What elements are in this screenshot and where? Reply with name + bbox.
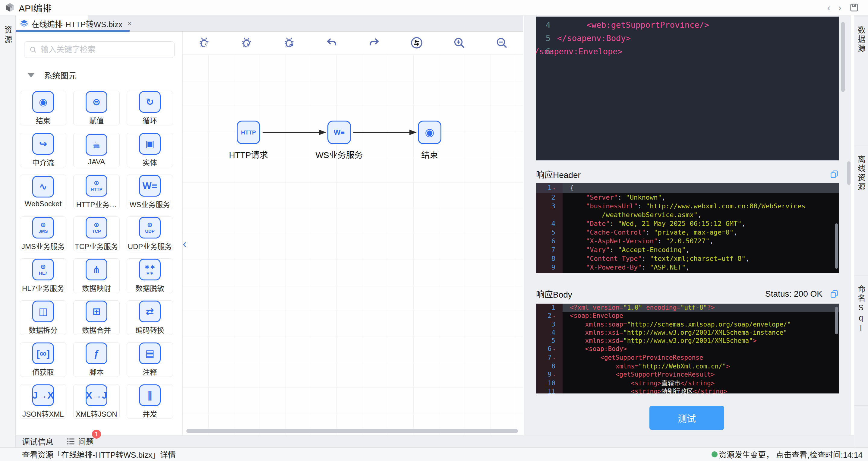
collapse-triangle-icon — [28, 73, 34, 78]
test-result-panel: 4 <web:getSupportProvince/>5</soapenv:Bo… — [524, 16, 851, 435]
palette-item-icon: ƒ — [86, 342, 107, 364]
problem-count-badge: 1 — [91, 429, 102, 439]
palette-item[interactable]: J→X JSON转XML — [20, 384, 66, 419]
copy-body-icon[interactable] — [830, 289, 839, 299]
header-editor-scrollbar[interactable] — [835, 223, 838, 269]
debug-bug-step-icon[interactable] — [268, 32, 310, 54]
palette-item[interactable]: ▣ 实体 — [127, 133, 173, 167]
palette-item[interactable]: W≡ WS业务服务 — [127, 175, 173, 209]
palette-item[interactable]: ☕ JAVA — [73, 133, 120, 167]
right-tab-named-sql[interactable]: 命名Sql — [854, 276, 868, 405]
palette-item-icon: ⊕HL7 — [32, 259, 54, 280]
save-icon[interactable] — [849, 3, 859, 12]
palette-item-label: JSON转XML — [22, 408, 64, 419]
flow-node-http-request[interactable]: HTTP HTTP请求 — [237, 121, 260, 144]
zoom-in-icon[interactable] — [438, 32, 480, 54]
palette-item[interactable]: ∗∗∗∗ 数据脱敏 — [127, 258, 173, 293]
palette-item[interactable]: ƒ 脚本 — [73, 342, 120, 377]
request-editor-scrollbar[interactable] — [841, 22, 845, 92]
debug-bug-play-icon[interactable] — [225, 32, 268, 54]
palette-item-label: JMS业务服务 — [22, 241, 65, 251]
palette-item[interactable]: ⊕JMS JMS业务服务 — [20, 216, 66, 251]
right-tab-datasource[interactable]: 数据源 — [854, 17, 868, 146]
search-input[interactable] — [41, 45, 169, 54]
palette-item-label: 赋值 — [89, 115, 104, 125]
response-header-editor[interactable]: 1▾{2 "Server": "Unknown",3 "businessUrl"… — [536, 183, 839, 273]
palette-item[interactable]: ↻ 循环 — [127, 91, 173, 125]
canvas-grid-area[interactable]: HTTP HTTP请求 W≡ WS业务服务 ◉ 结束 ‹ — [183, 54, 523, 435]
palette-item[interactable]: ⊜ 赋值 — [73, 91, 120, 125]
palette-item-label: HTTP业务… — [76, 199, 117, 209]
test-button[interactable]: 测试 — [649, 406, 724, 430]
status-resource-detail[interactable]: 查看资源「在线编排-HTTP转WS.bizx」详情 — [22, 449, 176, 460]
palette-item[interactable]: ↪ 中介流 — [20, 133, 66, 167]
palette-item[interactable]: X→J XML转JSON — [73, 384, 120, 419]
palette-item-label: 并发 — [143, 408, 157, 419]
palette-item[interactable]: ∥ 并发 — [127, 384, 173, 419]
palette-item[interactable]: ⊕TCP TCP业务服务 — [73, 216, 120, 251]
status-change-notice[interactable]: 资源发生变更， 点击查看,检查时间:14:14 — [712, 449, 863, 460]
redo-icon[interactable] — [353, 32, 396, 54]
bizx-file-icon — [20, 19, 28, 28]
palette-search[interactable] — [24, 41, 175, 58]
palette-item[interactable]: ◉ 结束 — [20, 91, 66, 125]
canvas-horizontal-scrollbar[interactable] — [186, 429, 518, 433]
nav-back-icon[interactable]: ‹ — [827, 3, 831, 12]
palette-item[interactable]: ⇄ 编码转换 — [127, 300, 173, 335]
body-editor-scrollbar[interactable] — [835, 307, 838, 334]
palette-item-label: 编码转换 — [135, 325, 164, 335]
debug-bug-lightning-icon[interactable] — [183, 32, 225, 54]
palette-item[interactable]: ∿ WebSocket — [20, 175, 66, 209]
palette-item-label: JAVA — [88, 158, 105, 166]
palette-item-icon: ∥ — [139, 385, 161, 406]
tab-close-icon[interactable]: × — [127, 19, 132, 28]
palette-item[interactable]: ⊕HL7 HL7业务服务 — [20, 258, 66, 293]
palette-item-icon: X→J — [86, 385, 107, 406]
tab-active[interactable]: 在线编排-HTTP转WS.bizx × — [16, 16, 88, 32]
flow-node-label: WS业务服务 — [315, 148, 363, 160]
response-body-editor[interactable]: 1<?xml version="1.0" encoding="utf-8"?>2… — [536, 304, 839, 394]
right-tab-offline-resources[interactable]: 离线资源 — [854, 146, 868, 276]
palette-item[interactable]: ◫ 数据拆分 — [20, 300, 66, 335]
palette-item-icon: [∞] — [32, 342, 54, 364]
sync-exchange-icon[interactable] — [396, 32, 438, 54]
palette-item[interactable]: ⋔ 数据映射 — [73, 258, 120, 293]
tab-title: 在线编排-HTTP转WS.bizx — [31, 18, 122, 29]
palette-section-header[interactable]: 系统图元 — [28, 69, 182, 81]
palette-item-label: 脚本 — [89, 366, 104, 377]
flow-node-ws-service[interactable]: W≡ WS业务服务 — [328, 121, 351, 144]
bottom-tab-bar: 调试信息 问题 1 — [16, 435, 854, 447]
flow-node-label: HTTP请求 — [229, 148, 268, 160]
palette-item[interactable]: [∞] 值获取 — [20, 342, 66, 377]
palette-panel: 系统图元 ◉ 结束 ⊜ 赋值 — [16, 32, 182, 435]
palette-item-icon: ⊞ — [86, 301, 107, 322]
palette-item[interactable]: ▤ 注释 — [127, 342, 173, 377]
palette-item[interactable]: ⊕UDP UDP业务服务 — [127, 216, 173, 251]
flow-edges — [183, 54, 523, 435]
request-body-editor[interactable]: 4 <web:getSupportProvince/>5</soapenv:Bo… — [536, 17, 839, 160]
panel-scrollbar[interactable] — [847, 161, 850, 185]
palette-item-icon: ⊕TCP — [86, 217, 107, 239]
palette-item-icon: ∗∗∗∗ — [139, 259, 161, 280]
app-logo-cube-icon — [5, 2, 15, 13]
copy-header-icon[interactable] — [830, 170, 839, 179]
palette-item[interactable]: ⊞ 数据合并 — [73, 300, 120, 335]
title-bar: API编排 ‹ › — [0, 0, 868, 16]
palette-item-icon: ⊕JMS — [32, 217, 54, 239]
flow-node-end[interactable]: ◉ 结束 — [418, 121, 441, 144]
undo-icon[interactable] — [310, 32, 353, 54]
response-body-title: 响应Body — [536, 288, 572, 300]
nav-forward-icon[interactable]: › — [838, 3, 841, 12]
tab-bar: 在线编排-HTTP转WS.bizx × — [16, 16, 523, 32]
problems-tab[interactable]: 问题 1 — [67, 436, 94, 447]
response-header-title: 响应Header — [536, 168, 581, 180]
debug-info-tab[interactable]: 调试信息 — [22, 436, 53, 447]
palette-item-icon: ☕ — [86, 134, 107, 156]
resources-rail-tab[interactable]: 资源 — [2, 26, 13, 45]
zoom-out-icon[interactable] — [480, 32, 523, 54]
palette-item[interactable]: ⊕HTTP HTTP业务… — [73, 175, 120, 209]
palette-item-icon: ↪ — [32, 133, 54, 155]
status-bar: 查看资源「在线编排-HTTP转WS.bizx」详情 资源发生变更， 点击查看,检… — [0, 447, 868, 461]
palette-collapse-chevron-icon[interactable]: ‹ — [183, 238, 187, 250]
palette-item-label: 数据拆分 — [29, 325, 58, 335]
